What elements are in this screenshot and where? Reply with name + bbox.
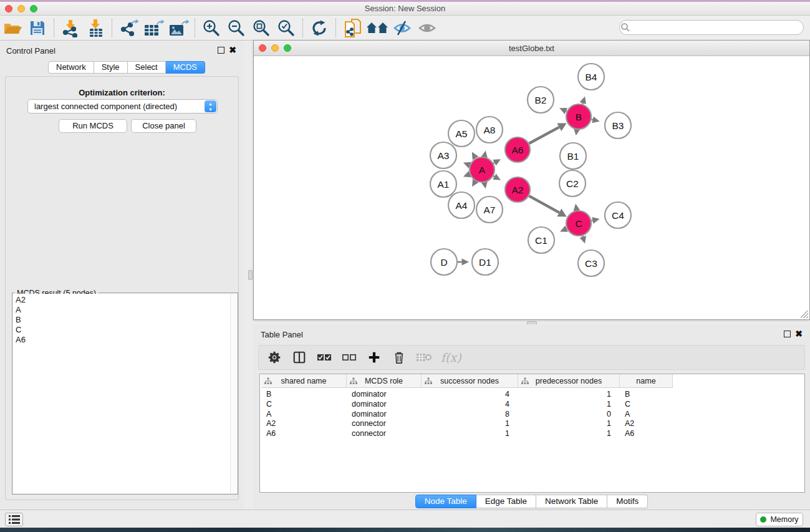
import-table-button[interactable] (83, 17, 108, 39)
tab-motifs[interactable]: Motifs (607, 495, 648, 508)
zoom-in-button[interactable] (199, 17, 224, 39)
float-table-panel-icon[interactable] (784, 331, 791, 337)
table-cell[interactable]: B (625, 389, 673, 399)
tab-network[interactable]: Network (48, 61, 94, 74)
window-resize-grip[interactable] (801, 311, 808, 318)
table-cell[interactable]: A (266, 409, 347, 419)
column-header-predecessor-nodes[interactable]: predecessor nodes (518, 374, 620, 388)
graph-node-B[interactable]: B (566, 104, 591, 129)
table-cell[interactable]: A2 (266, 418, 347, 428)
export-table-button[interactable] (141, 17, 166, 39)
close-window-button[interactable] (5, 5, 12, 12)
graph-node-C[interactable]: C (566, 211, 591, 236)
task-history-button[interactable] (5, 513, 23, 526)
import-network-button[interactable] (58, 17, 83, 39)
graph-node-B4[interactable]: B4 (578, 64, 604, 90)
network-close-button[interactable] (259, 44, 266, 52)
search-input[interactable] (619, 20, 804, 35)
graph-node-D1[interactable]: D1 (472, 249, 498, 275)
zoom-out-button[interactable] (224, 17, 249, 39)
graph-node-D[interactable]: D (431, 249, 457, 275)
network-window-titlebar[interactable]: testGlobe.txt (254, 41, 809, 56)
mcds-result-list[interactable]: A2ABCA6 (13, 294, 237, 493)
column-header-successor-nodes[interactable]: successor nodes (422, 374, 518, 388)
vertical-splitter-handle[interactable] (248, 270, 253, 280)
table-cell[interactable]: A2 (625, 418, 673, 428)
zoom-window-button[interactable] (30, 5, 37, 12)
open-session-button[interactable] (0, 17, 25, 39)
tab-edge-table[interactable]: Edge Table (476, 495, 536, 508)
network-zoom-button[interactable] (284, 44, 291, 52)
table-cell[interactable]: C (266, 399, 347, 409)
tab-select[interactable]: Select (128, 61, 166, 74)
delete-column-button[interactable] (391, 349, 407, 365)
create-column-button[interactable] (366, 349, 382, 365)
table-cell[interactable]: connector (352, 418, 422, 428)
graph-node-B3[interactable]: B3 (605, 112, 631, 138)
table-cell[interactable]: dominator (352, 409, 422, 419)
table-cell[interactable]: 0 (518, 409, 611, 419)
new-network-from-selection-button[interactable] (340, 17, 365, 39)
unselect-all-columns-button[interactable] (341, 349, 357, 365)
close-table-panel-icon[interactable]: ✖ (795, 331, 803, 337)
result-list-item[interactable]: A6 (13, 334, 237, 344)
hide-selected-button[interactable] (390, 17, 415, 39)
column-header-shared-name[interactable]: shared name (261, 374, 347, 388)
export-image-button[interactable] (166, 17, 191, 39)
table-cell[interactable]: 1 (518, 399, 611, 409)
run-mcds-button[interactable]: Run MCDS (59, 119, 127, 133)
table-cell[interactable]: A (625, 409, 673, 419)
table-cell[interactable]: B (266, 389, 347, 399)
graph-node-C2[interactable]: C2 (559, 170, 586, 196)
table-cell[interactable]: 1 (518, 389, 611, 399)
result-list-item[interactable]: A (13, 304, 237, 314)
tab-node-table[interactable]: Node Table (415, 495, 476, 508)
memory-button[interactable]: Memory (756, 513, 803, 526)
close-panel-icon[interactable]: ✖ (229, 47, 236, 54)
zoom-selected-button[interactable] (274, 17, 299, 39)
graph-edge[interactable] (529, 196, 559, 213)
graph-node-A2[interactable]: A2 (505, 177, 530, 202)
float-panel-icon[interactable] (218, 47, 224, 54)
graph-node-A5[interactable]: A5 (448, 120, 475, 147)
tab-style[interactable]: Style (94, 61, 128, 74)
first-neighbors-button[interactable] (365, 17, 390, 39)
result-list-item[interactable]: C (13, 324, 237, 334)
graph-node-A3[interactable]: A3 (430, 142, 456, 168)
select-all-columns-button[interactable] (316, 349, 332, 365)
graph-node-A4[interactable]: A4 (448, 192, 475, 218)
graph-node-B2[interactable]: B2 (528, 87, 554, 113)
network-minimize-button[interactable] (271, 44, 279, 52)
result-list-item[interactable]: A2 (13, 294, 237, 304)
criterion-dropdown[interactable]: largest connected component (directed) ▲… (27, 99, 218, 114)
table-cell[interactable]: 1 (422, 428, 509, 438)
node-table[interactable]: shared nameMCDS rolesuccessor nodesprede… (259, 374, 805, 493)
save-session-button[interactable] (25, 17, 50, 39)
table-cell[interactable]: A6 (266, 428, 347, 438)
tab-network-table[interactable]: Network Table (536, 495, 607, 508)
table-cell[interactable]: 1 (422, 418, 509, 428)
apply-layout-button[interactable] (307, 17, 332, 39)
graph-node-A7[interactable]: A7 (476, 196, 503, 223)
table-cell[interactable]: dominator (352, 389, 422, 399)
table-row[interactable]: A6connector11A6 (260, 428, 804, 438)
table-cell[interactable]: 8 (422, 409, 509, 419)
export-network-button[interactable] (116, 17, 141, 39)
table-options-button[interactable] (266, 349, 282, 365)
zoom-fit-button[interactable] (249, 17, 274, 39)
table-cell[interactable]: 1 (518, 418, 611, 428)
graph-node-C4[interactable]: C4 (605, 202, 631, 228)
graph-node-A[interactable]: A (470, 157, 494, 182)
graph-edge[interactable] (493, 163, 494, 163)
network-canvas[interactable]: B4B2BB3A8A5A6B1A3AC2A1A2A4A7C4CC1C3DD1 (254, 57, 809, 319)
minimize-window-button[interactable] (17, 5, 25, 12)
table-row[interactable]: A2connector11A2 (260, 418, 804, 428)
table-cell[interactable]: 4 (422, 399, 509, 409)
column-header-MCDS-role[interactable]: MCDS role (347, 374, 422, 388)
graph-node-A6[interactable]: A6 (505, 137, 530, 162)
result-list-item[interactable]: B (13, 314, 237, 324)
close-panel-button[interactable]: Close panel (131, 119, 196, 133)
table-cell[interactable]: A6 (625, 428, 673, 438)
graph-node-B1[interactable]: B1 (560, 143, 586, 169)
table-row[interactable]: Bdominator41B (260, 389, 804, 399)
